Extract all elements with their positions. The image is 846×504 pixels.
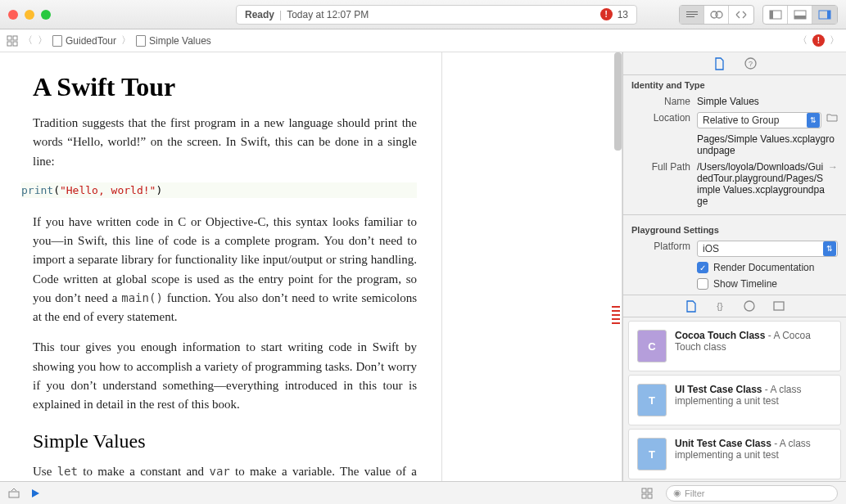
- folder-picker-icon[interactable]: [826, 112, 838, 122]
- library-grid-view-button[interactable]: [641, 488, 653, 499]
- show-timeline-checkbox[interactable]: [697, 278, 708, 290]
- file-template-icon: [685, 300, 696, 313]
- error-badge-icon[interactable]: !: [600, 8, 613, 20]
- svg-rect-20: [9, 492, 19, 497]
- editor-scrollbar[interactable]: [614, 52, 622, 151]
- svg-text:{}: {}: [717, 301, 723, 311]
- render-doc-label: Render Documentation: [713, 262, 814, 273]
- library-item-title: Unit Test Case Class: [675, 438, 771, 449]
- related-items-icon[interactable]: [7, 35, 18, 47]
- jumpbar-error-icon[interactable]: !: [812, 34, 825, 47]
- svg-rect-22: [648, 488, 652, 493]
- toggle-navigator-button[interactable]: [763, 6, 788, 24]
- location-label: Location: [631, 112, 690, 124]
- grid-icon: [641, 488, 653, 499]
- svg-rect-21: [642, 488, 646, 493]
- inspector-panel: ? Identity and Type Name Simple Values L…: [622, 52, 846, 481]
- editor-mode-group: [679, 5, 754, 25]
- toggle-debug-panel-button[interactable]: [8, 488, 20, 498]
- panel-up-icon: [8, 488, 20, 498]
- intro-paragraph: Tradition suggests that the first progra…: [33, 114, 417, 171]
- svg-rect-11: [7, 36, 11, 40]
- next-issue-button[interactable]: 〉: [830, 34, 839, 47]
- breadcrumb-project[interactable]: GuidedTour: [52, 35, 116, 47]
- standard-editor-button[interactable]: [680, 6, 704, 24]
- library-item[interactable]: T UI Test Case Class - A class implement…: [628, 375, 841, 425]
- nav-back-button[interactable]: 〈: [23, 34, 33, 47]
- run-playground-button[interactable]: [29, 488, 41, 499]
- prev-issue-button[interactable]: 〈: [798, 34, 808, 47]
- media-library-tab[interactable]: [773, 300, 785, 312]
- code-line[interactable]: print("Hello, world!"): [21, 182, 417, 198]
- error-minimap[interactable]: [612, 306, 620, 331]
- minimize-window-button[interactable]: [25, 10, 34, 20]
- svg-point-18: [744, 301, 754, 311]
- error-count[interactable]: 13: [618, 9, 628, 20]
- toggle-debug-button[interactable]: [788, 6, 812, 24]
- assistant-editor-button[interactable]: [704, 6, 729, 24]
- version-editor-button[interactable]: [729, 6, 753, 24]
- nav-forward-button[interactable]: 〉: [38, 34, 48, 47]
- code-string: "Hello, world!": [60, 184, 156, 196]
- file-inspector-icon: [713, 57, 725, 70]
- zoom-window-button[interactable]: [41, 10, 51, 20]
- render-doc-checkbox[interactable]: ✓: [697, 262, 708, 273]
- status-separator: |: [279, 9, 282, 20]
- section-header: Playground Settings: [623, 220, 846, 238]
- svg-rect-19: [774, 302, 784, 310]
- file-inspector-tab[interactable]: [713, 57, 725, 70]
- svg-rect-23: [642, 494, 646, 498]
- library-item-title: Cocoa Touch Class: [675, 330, 765, 341]
- play-icon: [29, 488, 41, 499]
- toggle-utilities-button[interactable]: [812, 6, 837, 24]
- class-template-icon: C: [637, 330, 667, 362]
- editor-pane[interactable]: A Swift Tour Tradition suggests that the…: [0, 52, 442, 481]
- test-template-icon: T: [637, 384, 667, 416]
- panel-toggle-group: [762, 5, 838, 25]
- page-file-icon: [136, 35, 146, 47]
- fullpath-label: Full Path: [631, 161, 690, 173]
- body-text: Use: [33, 465, 57, 478]
- assistant-editor-icon: [710, 9, 723, 20]
- close-window-button[interactable]: [8, 10, 18, 20]
- inline-code: main(): [121, 291, 163, 304]
- svg-rect-8: [794, 16, 806, 19]
- library-item[interactable]: C Cocoa Touch Class - A Cocoa Touch clas…: [628, 321, 841, 371]
- version-editor-icon: [735, 10, 748, 20]
- reveal-arrow-icon[interactable]: →: [828, 161, 838, 173]
- object-library-tab[interactable]: [744, 300, 755, 312]
- name-label: Name: [631, 96, 690, 107]
- right-panel-icon: [818, 10, 831, 20]
- svg-rect-1: [686, 14, 698, 15]
- code-snippet-tab[interactable]: {}: [714, 300, 726, 312]
- location-path: Pages/Simple Values.xcplaygroundpage: [697, 133, 838, 156]
- body-paragraph: If you have written code in C or Objecti…: [33, 213, 417, 327]
- library-item[interactable]: T Unit Test Case Class - A class impleme…: [628, 429, 841, 479]
- code-paren: ): [156, 184, 162, 196]
- location-select[interactable]: Relative to Group ⇅: [697, 112, 821, 128]
- titlebar: Ready | Today at 12:07 PM ! 13: [0, 0, 846, 29]
- code-paren: (: [53, 184, 60, 196]
- platform-select[interactable]: iOS ⇅: [697, 241, 838, 257]
- jump-bar: 〈 〉 GuidedTour 〉 Simple Values 〈 ! 〉: [0, 29, 846, 52]
- name-value[interactable]: Simple Values: [697, 96, 838, 107]
- library-filter-input[interactable]: ◉ Filter: [666, 485, 838, 502]
- page-title: A Swift Tour: [33, 72, 417, 102]
- breadcrumb-page[interactable]: Simple Values: [136, 35, 211, 47]
- svg-point-4: [716, 11, 722, 18]
- fullpath-value: /Users/loyola/Downloads/GuidedTour.playg…: [697, 161, 825, 207]
- filter-icon: ◉: [673, 488, 681, 498]
- left-panel-icon: [769, 10, 782, 20]
- inspector-tabs: ?: [623, 52, 846, 75]
- library-item-title: UI Test Case Class: [675, 384, 762, 395]
- filter-placeholder: Filter: [685, 488, 704, 498]
- media-icon: [773, 300, 785, 312]
- breadcrumb-page-label: Simple Values: [149, 35, 211, 47]
- standard-editor-icon: [685, 10, 699, 20]
- file-template-tab[interactable]: [685, 300, 696, 313]
- bottom-panel-icon: [794, 10, 807, 20]
- svg-rect-2: [686, 16, 694, 17]
- library-list[interactable]: C Cocoa Touch Class - A Cocoa Touch clas…: [623, 317, 846, 481]
- object-icon: [744, 300, 755, 312]
- quick-help-tab[interactable]: ?: [744, 57, 757, 70]
